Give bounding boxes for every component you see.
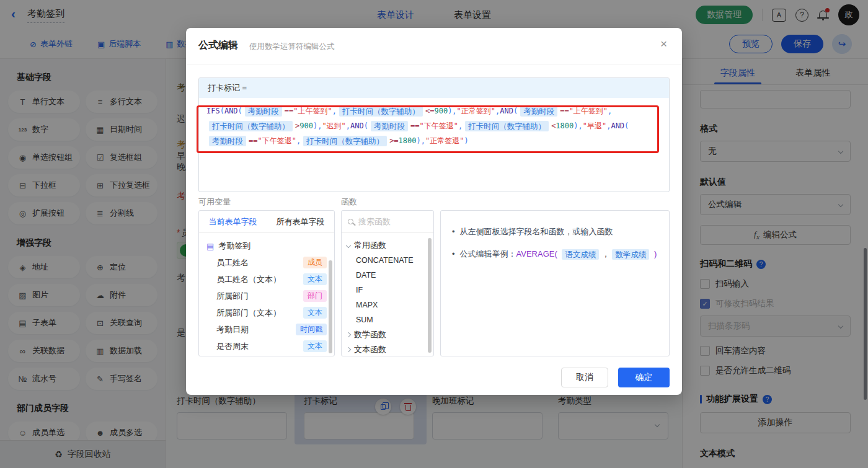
variable-field-考勤日期[interactable]: 考勤日期时间戳	[199, 321, 334, 338]
variables-label: 可用变量	[198, 196, 231, 208]
function-group-文本函数[interactable]: 文本函数	[342, 342, 433, 356]
variable-name: 所属部门（文本）	[216, 307, 281, 319]
search-icon	[348, 219, 353, 224]
field-chip: 打卡时间（数字辅助）	[303, 136, 387, 146]
modal-subtitle: 使用数学运算符编辑公式	[249, 42, 335, 52]
field-chip: 考勤时段	[520, 106, 557, 117]
modal-title: 公式编辑	[198, 39, 238, 52]
chevron-down-icon	[346, 243, 351, 248]
field-chip: 考勤时段	[209, 136, 246, 146]
field-type-badge: 时间戳	[296, 324, 327, 335]
variable-field-员工姓名[interactable]: 员工姓名成员	[199, 254, 334, 271]
field-type-badge: 文本	[303, 307, 327, 319]
function-group-常用函数[interactable]: 常用函数	[342, 238, 433, 253]
document-icon: ▤	[206, 242, 214, 251]
chevron-right-icon	[346, 347, 351, 352]
function-group-数学函数[interactable]: 数学函数	[342, 327, 433, 342]
cancel-button[interactable]: 取消	[561, 368, 608, 387]
divider	[186, 64, 682, 64]
function-list: 常用函数CONCATENATEDATEIFMAPXSUM数学函数文本函数	[342, 233, 433, 356]
formula-line: 考勤时段=="下午签退",打卡时间（数字辅助）>=1800),"正常签退")	[206, 133, 662, 148]
tip-text: 从左侧面板选择字段名和函数，或输入函数	[460, 227, 613, 236]
tip-example-prefix: 公式编辑举例：	[460, 249, 516, 258]
formula-line: 打卡时间（数字辅助）>900),"迟到",AND(考勤时段=="下午签退",打卡…	[206, 118, 662, 133]
scrollbar-thumb[interactable]	[329, 260, 332, 353]
function-item-SUM[interactable]: SUM	[342, 312, 433, 327]
search-placeholder: 搜索函数	[358, 216, 391, 227]
functions-panel: 搜索函数 常用函数CONCATENATEDATEIFMAPXSUM数学函数文本函…	[341, 210, 434, 356]
example-close-paren: )	[654, 249, 657, 258]
formula-code-editor[interactable]: IFS(AND(考勤时段=="上午签到",打卡时间（数字辅助）<=900),"正…	[199, 98, 669, 154]
variables-list: ▤ 考勤签到 员工姓名成员员工姓名（文本）文本所属部门部门所属部门（文本）文本考…	[199, 233, 334, 355]
field-chip: 打卡时间（数字辅助）	[465, 121, 549, 131]
variable-field-是否周末[interactable]: 是否周末文本	[199, 338, 334, 355]
variable-fields: 员工姓名成员员工姓名（文本）文本所属部门部门所属部门（文本）文本考勤日期时间戳是…	[199, 254, 334, 355]
variables-panel: 当前表单字段所有表单字段 ▤ 考勤签到 员工姓名成员员工姓名（文本）文本所属部门…	[198, 210, 335, 356]
tips-panel: •从左侧面板选择字段名和函数，或输入函数 •公式编辑举例：AVERAGE( 语文…	[440, 210, 670, 356]
variable-name: 所属部门	[216, 291, 249, 302]
example-function: AVERAGE(	[516, 249, 557, 258]
variable-name: 考勤日期	[216, 324, 249, 335]
field-type-badge: 文本	[303, 273, 327, 285]
variable-name: 是否周末	[216, 341, 249, 352]
confirm-button[interactable]: 确定	[618, 368, 670, 387]
field-chip: 打卡时间（数字辅助）	[339, 106, 423, 117]
chevron-right-icon	[346, 332, 351, 337]
variable-name: 员工姓名	[216, 257, 249, 268]
variable-field-员工姓名（文本）[interactable]: 员工姓名（文本）文本	[199, 271, 334, 288]
variables-tab-所有表单字段[interactable]: 所有表单字段	[267, 211, 334, 232]
function-item-MAPX[interactable]: MAPX	[342, 298, 433, 312]
field-type-badge: 文本	[303, 340, 327, 352]
function-item-IF[interactable]: IF	[342, 283, 433, 298]
variable-field-所属部门（文本）[interactable]: 所属部门（文本）文本	[199, 304, 334, 321]
function-item-DATE[interactable]: DATE	[342, 268, 433, 283]
field-type-badge: 部门	[303, 290, 327, 302]
form-node[interactable]: ▤ 考勤签到	[199, 238, 334, 254]
field-chip: 考勤时段	[245, 106, 282, 117]
bullet: •	[452, 249, 455, 258]
function-search[interactable]: 搜索函数	[342, 211, 433, 233]
field-chip: 考勤时段	[371, 121, 408, 131]
app-window: ‹ 考勤签到 表单设计表单设置 数据管理 A ? 政 ⊘表单外链▣后端脚本▥数据…	[0, 0, 868, 468]
function-item-CONCATENATE[interactable]: CONCATENATE	[342, 253, 433, 268]
formula-target-field: 打卡标记 =	[199, 78, 669, 98]
comma: ，	[601, 249, 609, 258]
tip-example-line: •公式编辑举例：AVERAGE( 语文成绩，数学成绩 )	[452, 248, 658, 260]
bullet: •	[452, 227, 455, 236]
form-node-label: 考勤签到	[218, 241, 250, 252]
close-icon[interactable]: ×	[660, 37, 667, 51]
variables-tab-当前表单字段[interactable]: 当前表单字段	[199, 211, 267, 232]
variables-tabs: 当前表单字段所有表单字段	[199, 211, 334, 233]
field-chip: 打卡时间（数字辅助）	[209, 121, 293, 131]
field-chip: 语文成绩	[562, 249, 599, 260]
tip-line: •从左侧面板选择字段名和函数，或输入函数	[452, 226, 658, 238]
field-chip: 数学成绩	[612, 249, 649, 260]
variable-name: 员工姓名（文本）	[216, 274, 281, 285]
variable-field-所属部门[interactable]: 所属部门部门	[199, 288, 334, 304]
field-type-badge: 成员	[303, 257, 327, 268]
scrollbar-thumb[interactable]	[428, 238, 432, 353]
formula-box: 打卡标记 = IFS(AND(考勤时段=="上午签到",打卡时间（数字辅助）<=…	[198, 77, 670, 192]
formula-editor-modal: 公式编辑 使用数学运算符编辑公式 × 打卡标记 = IFS(AND(考勤时段==…	[186, 28, 682, 395]
formula-line: IFS(AND(考勤时段=="上午签到",打卡时间（数字辅助）<=900),"正…	[206, 104, 662, 118]
functions-label: 函数	[341, 196, 357, 208]
